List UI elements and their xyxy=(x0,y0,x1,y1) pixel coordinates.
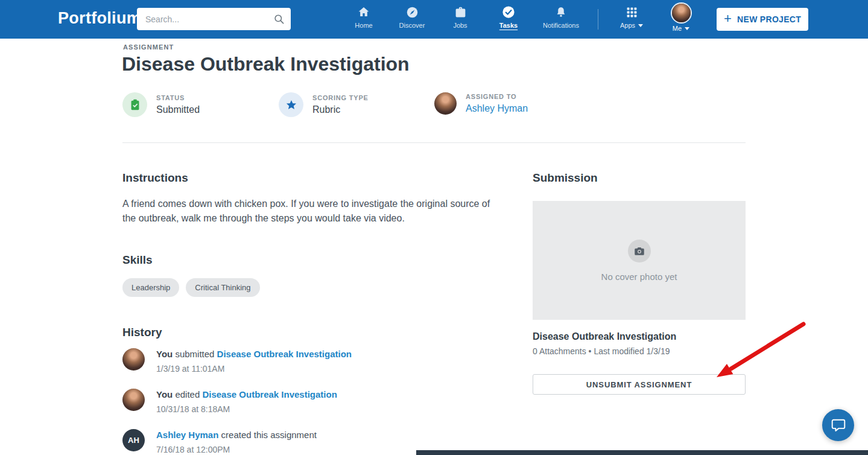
page-title: Disease Outbreak Investigation xyxy=(122,53,410,75)
history-item: AH Ashley Hyman created this assignment … xyxy=(122,429,352,454)
chat-launcher-button[interactable] xyxy=(822,409,854,441)
search-icon[interactable] xyxy=(273,13,285,25)
cover-photo-placeholder: No cover photo yet xyxy=(533,201,746,320)
section-divider xyxy=(122,142,746,143)
submission-title: Disease Outbreak Investigation xyxy=(533,331,676,342)
skill-pill[interactable]: Critical Thinking xyxy=(186,278,259,297)
scoring-meta: SCORING TYPE Rubric xyxy=(279,92,369,117)
history-item: You submitted Disease Outbreak Investiga… xyxy=(122,348,352,374)
nav-item-notifications[interactable]: Notifications xyxy=(533,5,589,29)
home-icon xyxy=(358,5,370,19)
page: Portfolium Home Discover xyxy=(0,0,868,455)
instructions-body: A friend comes down with chicken pox. If… xyxy=(122,197,498,226)
history-object-link[interactable]: Disease Outbreak Investigation xyxy=(217,349,352,359)
history-actor: You xyxy=(156,389,173,399)
star-icon xyxy=(279,92,303,117)
nav-label-tasks: Tasks xyxy=(499,22,518,29)
history-action: created this assignment xyxy=(218,430,317,440)
nav-item-home[interactable]: Home xyxy=(340,5,388,29)
avatar xyxy=(122,348,145,371)
status-meta: STATUS Submitted xyxy=(122,92,200,117)
instructions-heading: Instructions xyxy=(122,171,188,185)
new-project-button[interactable]: + NEW PROJECT xyxy=(717,8,808,31)
history-action: submitted xyxy=(173,349,217,359)
chat-bubble-icon xyxy=(831,418,846,433)
chevron-down-icon xyxy=(638,24,643,27)
status-value: Submitted xyxy=(156,104,200,115)
nav-label-notifications: Notifications xyxy=(543,22,579,29)
skills-list: Leadership Critical Thinking xyxy=(122,278,260,297)
chevron-down-icon xyxy=(685,27,689,30)
initials-avatar: AH xyxy=(122,429,145,451)
assigned-to-meta: ASSIGNED TO Ashley Hyman xyxy=(434,92,528,115)
scoring-type-value: Rubric xyxy=(312,104,369,115)
nav-label-home: Home xyxy=(355,22,372,29)
history-timestamp: 1/3/19 at 11:01AM xyxy=(156,364,352,374)
assigned-to-link[interactable]: Ashley Hyman xyxy=(466,103,528,114)
history-actor: You xyxy=(156,349,173,359)
history-actor-link[interactable]: Ashley Hyman xyxy=(156,430,218,440)
nav-item-apps[interactable]: Apps xyxy=(610,5,653,29)
apps-grid-icon xyxy=(626,5,638,19)
nav-divider xyxy=(598,9,598,30)
plus-icon: + xyxy=(724,12,732,25)
new-project-label: NEW PROJECT xyxy=(737,14,801,24)
bell-icon xyxy=(555,5,567,19)
check-circle-icon xyxy=(502,5,515,19)
history-timestamp: 10/31/18 at 8:18AM xyxy=(156,404,337,414)
nav-item-jobs[interactable]: Jobs xyxy=(436,5,484,29)
nav-item-me[interactable]: Me xyxy=(666,4,696,32)
scoring-type-label: SCORING TYPE xyxy=(312,94,369,101)
assigner-avatar xyxy=(434,92,457,115)
top-nav-bar: Portfolium Home Discover xyxy=(0,0,868,39)
submission-heading: Submission xyxy=(533,171,598,185)
history-list: You submitted Disease Outbreak Investiga… xyxy=(122,348,352,454)
cover-placeholder-label: No cover photo yet xyxy=(601,272,677,282)
camera-icon xyxy=(628,240,651,262)
nav-label-jobs: Jobs xyxy=(453,22,467,29)
nav-label-apps: Apps xyxy=(620,22,635,29)
avatar xyxy=(122,389,145,411)
history-timestamp: 7/16/18 at 12:00PM xyxy=(156,445,317,454)
nav-label-me: Me xyxy=(673,25,682,32)
submission-meta: 0 Attachments • Last modified 1/3/19 xyxy=(533,346,670,356)
nav-item-discover[interactable]: Discover xyxy=(388,5,436,29)
history-heading: History xyxy=(122,326,162,339)
status-label: STATUS xyxy=(156,94,200,101)
search-input[interactable] xyxy=(137,14,273,24)
primary-nav: Home Discover Jobs Tasks xyxy=(340,5,589,29)
unsubmit-assignment-button[interactable]: UNSUBMIT ASSIGNMENT xyxy=(533,374,746,395)
assigned-to-label: ASSIGNED TO xyxy=(466,93,528,100)
history-action: edited xyxy=(173,389,202,399)
clipboard-check-icon xyxy=(122,92,147,117)
skills-heading: Skills xyxy=(122,253,153,267)
skill-pill[interactable]: Leadership xyxy=(122,278,179,297)
assignment-eyebrow: ASSIGNMENT xyxy=(123,43,174,51)
global-search xyxy=(137,8,291,30)
me-avatar xyxy=(672,4,691,22)
briefcase-icon xyxy=(454,5,467,19)
portfolium-logo[interactable]: Portfolium xyxy=(58,9,141,28)
nav-item-tasks[interactable]: Tasks xyxy=(484,5,533,29)
history-item: You edited Disease Outbreak Investigatio… xyxy=(122,389,352,414)
compass-icon xyxy=(406,5,419,19)
nav-label-discover: Discover xyxy=(399,22,425,29)
history-object-link[interactable]: Disease Outbreak Investigation xyxy=(202,389,337,399)
footer-edge xyxy=(416,450,868,455)
